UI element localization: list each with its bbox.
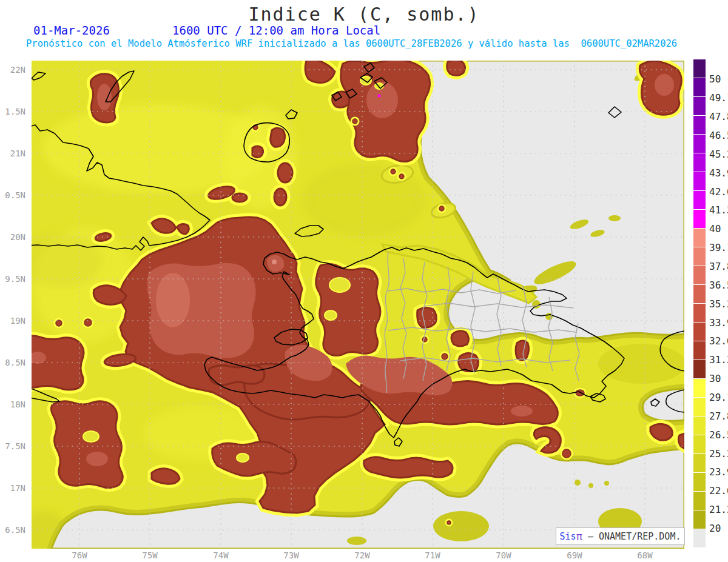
colorbar-segment [693, 323, 706, 341]
k-40-magenta-dot [378, 95, 381, 98]
colorbar-tick: 26.5 [709, 429, 728, 441]
lat-label: 6.5N [0, 525, 25, 535]
colorbar-tick: 33.9 [709, 317, 728, 329]
valid-date: 01-Mar-2026 [33, 24, 110, 37]
colorbar-segment [693, 360, 706, 378]
colorbar-segment [693, 97, 706, 115]
colorbar-segment [693, 454, 706, 472]
page-title: Indice K (C, somb.) [0, 4, 728, 25]
colorbar-tick: 29.1 [709, 392, 728, 403]
colorbar-segment [693, 510, 706, 529]
colorbar-segment [693, 341, 706, 360]
lat-label: 0.5N [0, 190, 25, 200]
colorbar-tick: 50 [709, 73, 728, 85]
credit-sis: Sis [560, 531, 576, 542]
colorbar-segment [693, 247, 706, 266]
colorbar-tick: 41.3 [709, 204, 728, 216]
colorbar-segment [693, 153, 706, 172]
lat-label: 9.5N [0, 274, 25, 284]
colorbar-tick: 31.3 [709, 354, 728, 366]
colorbar-tick: 23.9 [709, 466, 728, 478]
lat-label: 20N [0, 232, 25, 242]
colorbar-segment [693, 435, 706, 453]
lon-label: 75W [138, 550, 162, 560]
colorbar-tick: 45.2 [709, 149, 728, 160]
colorbar-tick: 21.3 [709, 504, 728, 515]
colorbar-tick: 37.8 [709, 261, 728, 272]
colorbar-tick: 20 [709, 523, 728, 534]
colorbar-segment [693, 116, 706, 134]
colorbar-swatches [693, 59, 706, 547]
colorbar-segment [693, 416, 706, 435]
lat-label: 1.5N [0, 107, 25, 116]
colorbar-tick: 25.2 [709, 448, 728, 460]
lon-label: 76W [67, 550, 92, 560]
colorbar-segment [693, 135, 706, 153]
colorbar-tick: 22.6 [709, 485, 728, 497]
lon-label: 70W [491, 550, 516, 560]
colorbar-tick: 27.8 [709, 410, 728, 422]
lon-label: 74W [209, 550, 233, 560]
weather-map-page: Indice K (C, somb.) 01-Mar-2026 1600 UTC… [0, 0, 728, 562]
colorbar-segment [693, 304, 706, 322]
colorbar-segment [693, 59, 706, 78]
valid-time: 1600 UTC / 12:00 am Hora Local [172, 24, 380, 37]
colorbar-tick: 43.9 [709, 167, 728, 179]
lon-label: 71W [420, 550, 445, 560]
lat-label: 18N [0, 400, 25, 409]
lat-label: 17N [0, 483, 25, 493]
colorbar-tick: 36.5 [709, 279, 728, 291]
colorbar-segment [693, 78, 706, 96]
lon-label: 68W [633, 550, 657, 560]
colorbar-segment [693, 266, 706, 284]
colorbar-tick: 47.8 [709, 111, 728, 122]
colorbar-segment [693, 473, 706, 491]
colorbar-segment [693, 398, 706, 416]
lat-label: 22N [0, 65, 25, 75]
colorbar-segment [693, 492, 706, 510]
lat-label: 19N [0, 316, 25, 326]
pi-logo: π [576, 530, 582, 543]
colorbar-segment [693, 379, 706, 397]
colorbar-tick: 49.1 [709, 92, 728, 104]
colorbar-tick: 30 [709, 373, 728, 384]
colorbar-tick: 46.5 [709, 130, 728, 141]
credit-box: Sisπ – ONAMET/REP.DOM. [556, 527, 685, 545]
credit-org: – ONAMET/REP.DOM. [582, 531, 681, 542]
colorbar-tick: 42.6 [709, 186, 728, 198]
colorbar-segment [693, 210, 706, 228]
colorbar-tick: 35.2 [709, 298, 728, 310]
colorbar-segment [693, 529, 706, 547]
lat-label: 21N [0, 149, 25, 158]
colorbar-tick: 40 [709, 223, 728, 235]
lat-label: 7.5N [0, 441, 25, 451]
model-forecast-note: Pronóstico con el Modelo Atmósferico WRF… [26, 38, 677, 49]
colorbar-segment [693, 191, 706, 209]
lon-label: 72W [350, 550, 374, 560]
colorbar-tick: 32.6 [709, 335, 728, 347]
lat-label: 8.5N [0, 358, 25, 367]
k-index-map [32, 61, 684, 549]
lon-label: 73W [279, 550, 303, 560]
colorbar-segment [693, 285, 706, 303]
lon-label: 69W [562, 550, 587, 560]
colorbar-segment [693, 172, 706, 190]
colorbar-tick: 39.1 [709, 242, 728, 253]
colorbar-segment [693, 229, 706, 247]
